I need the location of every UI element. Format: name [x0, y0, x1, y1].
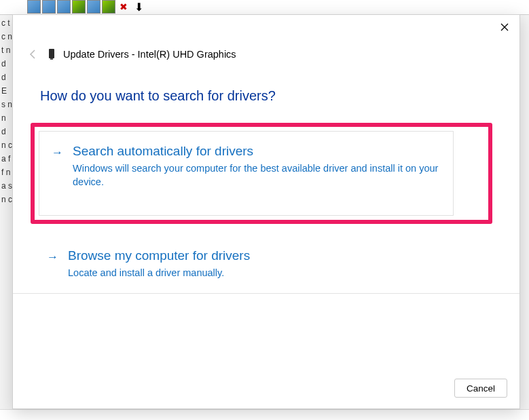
toolbar-icon: [72, 0, 86, 14]
option-title: Search automatically for drivers: [73, 144, 439, 159]
background-toolbar: ✖ ⬇: [0, 0, 529, 15]
toolbar-icon: [102, 0, 115, 14]
arrow-right-icon: →: [47, 248, 58, 280]
options-area: → Search automatically for drivers Windo…: [13, 104, 519, 293]
option-browse-computer[interactable]: → Browse my computer for drivers Locate …: [31, 236, 492, 293]
footer-divider: [13, 293, 519, 294]
cancel-button[interactable]: Cancel: [454, 379, 507, 398]
toolbar-down-icon: ⬇: [132, 0, 145, 14]
option-title: Browse my computer for drivers: [68, 248, 479, 263]
toolbar-icon: [27, 0, 41, 14]
back-button[interactable]: [26, 47, 40, 61]
dialog-title: Update Drivers - Intel(R) UHD Graphics: [63, 49, 236, 60]
close-button[interactable]: [496, 19, 513, 35]
toolbar-icon: [57, 0, 71, 14]
dialog-header: Update Drivers - Intel(R) UHD Graphics: [13, 15, 519, 61]
background-text-fragment: c t c n t n d d E s n n d n c a ff n a s…: [0, 16, 12, 410]
svg-rect-1: [50, 58, 53, 60]
close-icon: [500, 23, 509, 31]
back-arrow-icon: [28, 49, 39, 60]
dialog-question: How do you want to search for drivers?: [13, 61, 519, 104]
option-description: Locate and install a driver manually.: [68, 266, 435, 280]
update-drivers-dialog: Update Drivers - Intel(R) UHD Graphics H…: [12, 14, 520, 409]
toolbar-icon: [42, 0, 56, 14]
option-description: Windows will search your computer for th…: [73, 161, 439, 189]
toolbar-icon: [87, 0, 101, 14]
option-body: Search automatically for drivers Windows…: [73, 144, 439, 189]
svg-rect-0: [49, 49, 54, 58]
background-statusbar: [0, 409, 529, 420]
option-body: Browse my computer for drivers Locate an…: [68, 248, 479, 280]
option-search-automatically[interactable]: → Search automatically for drivers Windo…: [31, 123, 492, 224]
arrow-right-icon: →: [52, 144, 63, 189]
dialog-footer: Cancel: [13, 370, 519, 408]
device-icon: [47, 47, 56, 61]
toolbar-delete-icon: ✖: [117, 0, 130, 14]
